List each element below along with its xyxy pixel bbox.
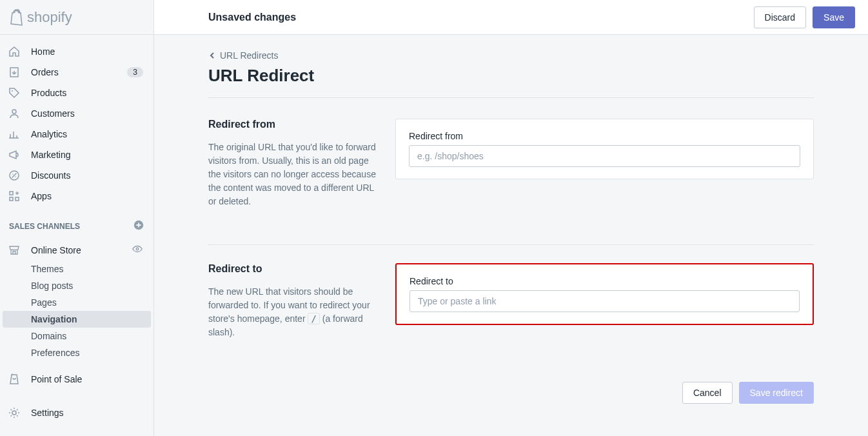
sidebar-item-marketing[interactable]: Marketing bbox=[0, 144, 153, 165]
topbar-title: Unsaved changes bbox=[208, 12, 747, 23]
sidebar-item-label: Online Store bbox=[31, 245, 132, 255]
discounts-icon bbox=[8, 169, 21, 182]
redirect-from-input[interactable] bbox=[409, 145, 800, 167]
sidebar-item-label: Marketing bbox=[31, 150, 146, 160]
sidebar-item-orders[interactable]: Orders 3 bbox=[0, 62, 153, 83]
cancel-button[interactable]: Cancel bbox=[682, 382, 733, 404]
orders-icon bbox=[8, 66, 21, 79]
sidebar-subitem-themes[interactable]: Themes bbox=[0, 261, 153, 277]
sidebar: shopify Home Orders 3 Product bbox=[0, 0, 154, 436]
discard-button[interactable]: Discard bbox=[754, 6, 806, 28]
redirect-to-label: Redirect to bbox=[409, 276, 800, 286]
sidebar-item-label: Discounts bbox=[31, 170, 146, 181]
home-icon bbox=[8, 45, 21, 58]
sidebar-item-apps[interactable]: Apps bbox=[0, 186, 153, 206]
section-heading: Redirect from bbox=[208, 119, 382, 130]
logo-text: shopify bbox=[27, 9, 72, 26]
sidebar-subitem-preferences[interactable]: Preferences bbox=[0, 344, 153, 361]
orders-badge: 3 bbox=[127, 67, 143, 77]
marketing-icon bbox=[8, 148, 21, 161]
sidebar-subitem-navigation[interactable]: Navigation bbox=[3, 311, 151, 328]
pos-icon bbox=[8, 373, 21, 386]
section-redirect-from: Redirect from The original URL that you'… bbox=[208, 119, 814, 226]
sidebar-item-label: Point of Sale bbox=[31, 374, 146, 384]
add-channel-icon[interactable] bbox=[133, 219, 144, 233]
customers-icon bbox=[8, 107, 21, 120]
apps-icon bbox=[8, 190, 21, 203]
svg-rect-6 bbox=[15, 197, 19, 201]
sidebar-subitem-domains[interactable]: Domains bbox=[0, 328, 153, 344]
sidebar-item-label: Products bbox=[31, 88, 146, 98]
main-content: URL Redirects URL Redirect Redirect from… bbox=[154, 35, 868, 436]
sidebar-item-label: Settings bbox=[31, 408, 146, 418]
redirect-from-label: Redirect from bbox=[409, 131, 800, 141]
breadcrumb-label: URL Redirects bbox=[220, 50, 279, 61]
svg-point-8 bbox=[136, 248, 139, 250]
sidebar-subitem-blog-posts[interactable]: Blog posts bbox=[0, 277, 153, 294]
settings-icon bbox=[8, 406, 21, 419]
eye-icon[interactable] bbox=[132, 243, 143, 257]
sidebar-item-settings[interactable]: Settings bbox=[0, 402, 153, 423]
redirect-to-card: Redirect to bbox=[395, 263, 814, 325]
sidebar-item-discounts[interactable]: Discounts bbox=[0, 165, 153, 186]
channels-header-label: SALES CHANNELS bbox=[9, 222, 80, 231]
svg-rect-4 bbox=[10, 192, 13, 195]
products-icon bbox=[8, 86, 21, 99]
slash-code: / bbox=[308, 313, 319, 324]
sidebar-item-analytics[interactable]: Analytics bbox=[0, 124, 153, 144]
page-title: URL Redirect bbox=[208, 66, 814, 98]
breadcrumb[interactable]: URL Redirects bbox=[208, 50, 814, 61]
sidebar-item-label: Apps bbox=[31, 191, 146, 201]
sidebar-item-products[interactable]: Products bbox=[0, 83, 153, 103]
shopify-bag-icon bbox=[9, 8, 25, 26]
sidebar-scroll[interactable]: Home Orders 3 Products Customers bbox=[0, 35, 153, 436]
svg-rect-5 bbox=[10, 197, 13, 201]
sidebar-item-label: Customers bbox=[31, 108, 146, 119]
sidebar-item-home[interactable]: Home bbox=[0, 41, 153, 62]
online-store-icon bbox=[8, 244, 21, 257]
channels-header: SALES CHANNELS bbox=[0, 213, 153, 239]
section-description: The new URL that visitors should be forw… bbox=[208, 285, 382, 339]
sidebar-subitem-pages[interactable]: Pages bbox=[0, 294, 153, 311]
redirect-from-card: Redirect from bbox=[395, 119, 814, 179]
section-description: The original URL that you'd like to forw… bbox=[208, 141, 382, 208]
svg-point-9 bbox=[12, 411, 16, 415]
section-redirect-to: Redirect to The new URL that visitors sh… bbox=[208, 244, 814, 357]
save-button[interactable]: Save bbox=[813, 6, 855, 28]
logo-area: shopify bbox=[0, 0, 153, 35]
topbar: Unsaved changes Discard Save bbox=[154, 0, 868, 35]
footer-actions: Cancel Save redirect bbox=[208, 375, 814, 404]
chevron-left-icon bbox=[208, 52, 216, 59]
svg-point-1 bbox=[12, 90, 13, 92]
sidebar-item-label: Home bbox=[31, 46, 146, 57]
save-redirect-button[interactable]: Save redirect bbox=[739, 382, 814, 404]
svg-point-2 bbox=[12, 110, 16, 114]
sidebar-item-online-store[interactable]: Online Store bbox=[0, 239, 153, 261]
sidebar-item-pos[interactable]: Point of Sale bbox=[0, 369, 153, 390]
section-heading: Redirect to bbox=[208, 263, 382, 275]
sidebar-item-label: Orders bbox=[31, 67, 127, 77]
logo[interactable]: shopify bbox=[9, 8, 72, 26]
analytics-icon bbox=[8, 128, 21, 141]
sidebar-item-label: Analytics bbox=[31, 129, 146, 139]
sidebar-item-customers[interactable]: Customers bbox=[0, 103, 153, 124]
redirect-to-input[interactable] bbox=[409, 290, 800, 312]
